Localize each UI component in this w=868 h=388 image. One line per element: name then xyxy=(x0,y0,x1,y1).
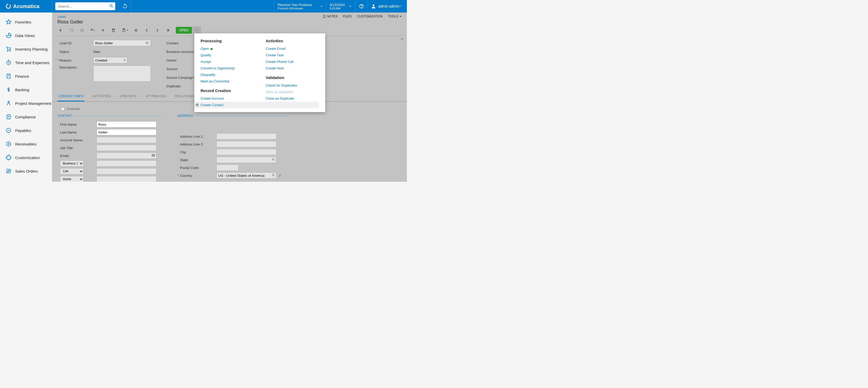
popup-create-note[interactable]: Create Note xyxy=(266,66,319,70)
help-button[interactable] xyxy=(355,0,368,12)
search-icon[interactable] xyxy=(272,158,275,161)
account-name-input[interactable] xyxy=(96,137,156,143)
popup-check-duplicates[interactable]: Check for Duplicates xyxy=(266,84,319,87)
reason-select[interactable]: Created▾ xyxy=(93,57,127,63)
refresh-button[interactable] xyxy=(119,0,131,12)
person-icon xyxy=(5,100,12,107)
chevron-down-icon: ▾ xyxy=(124,58,125,62)
prev-button[interactable] xyxy=(142,26,152,34)
back-button[interactable] xyxy=(56,26,66,34)
undo-button[interactable] xyxy=(88,26,97,34)
notes-action[interactable]: NOTES xyxy=(322,14,338,18)
add-button[interactable] xyxy=(98,26,108,34)
description-input[interactable] xyxy=(93,65,151,82)
popup-mark-converted[interactable]: Mark as Converted xyxy=(200,79,254,83)
postal-input[interactable] xyxy=(216,165,239,171)
edit-country-button[interactable] xyxy=(278,174,282,177)
clipboard-button[interactable]: ▾ xyxy=(119,26,131,34)
actions-popup: Processing Open Qualify Accept Convert t… xyxy=(194,33,325,112)
svg-point-34 xyxy=(195,30,196,31)
tab-attributes[interactable]: ATTRIBUTES xyxy=(144,92,167,101)
svg-line-41 xyxy=(274,160,275,161)
search-icon[interactable] xyxy=(109,4,114,8)
popup-create-email[interactable]: Create Email xyxy=(266,47,319,51)
city-input[interactable] xyxy=(216,149,276,155)
lead-id-selector[interactable]: Ross Geller xyxy=(93,40,151,46)
popup-accept[interactable]: Accept xyxy=(200,60,254,64)
nav-project[interactable]: Project Management xyxy=(0,96,52,110)
chevron-down-icon xyxy=(399,5,404,8)
popup-convert[interactable]: Convert to Opportunity xyxy=(200,66,254,70)
nav-time[interactable]: Time and Expenses xyxy=(0,56,52,69)
save-close-button[interactable] xyxy=(67,26,77,34)
first-name-input[interactable] xyxy=(96,121,156,128)
status-dot-icon xyxy=(211,48,213,50)
popup-create-call[interactable]: Create Phone Call xyxy=(266,60,319,64)
phone-2-input[interactable] xyxy=(96,168,156,174)
save-button[interactable] xyxy=(77,26,87,34)
customization-action[interactable]: CUSTOMIZATION xyxy=(357,14,382,18)
nav-sales-orders[interactable]: Sales Orders xyxy=(0,164,52,178)
nav-customization[interactable]: Customization xyxy=(0,151,52,164)
popup-create-contact[interactable]: Create Contact xyxy=(200,103,254,107)
search-icon[interactable] xyxy=(272,173,275,177)
tab-relations[interactable]: RELATIONS xyxy=(174,92,195,101)
tab-activities[interactable]: ACTIVITIES xyxy=(91,92,112,101)
nav-receivables[interactable]: Receivables xyxy=(0,137,52,151)
phone-type-3[interactable]: Home xyxy=(60,176,84,182)
first-button[interactable] xyxy=(131,26,142,34)
phone-1-input[interactable] xyxy=(96,160,156,167)
tab-contact-info[interactable]: CONTACT INFO xyxy=(57,92,85,101)
search-input[interactable] xyxy=(55,2,115,10)
last-button[interactable] xyxy=(163,26,173,34)
popup-create-account[interactable]: Create Account xyxy=(200,96,254,100)
nav-payables[interactable]: Payables xyxy=(0,124,52,137)
tab-crm-info[interactable]: CRM INFO xyxy=(119,92,137,101)
phone-3-input[interactable] xyxy=(96,176,156,182)
topbar: Acumatica Revision Two Products Products… xyxy=(0,0,407,12)
breadcrumb[interactable]: Leads xyxy=(57,15,66,19)
address-section-title: ADDRESS xyxy=(177,114,287,118)
addr-line2-input[interactable] xyxy=(216,141,276,147)
files-action[interactable]: FILES xyxy=(343,14,351,18)
svg-rect-1 xyxy=(8,3,10,5)
svg-rect-25 xyxy=(70,29,73,32)
more-actions-button[interactable] xyxy=(192,26,201,34)
delete-button[interactable] xyxy=(108,26,118,34)
svg-point-15 xyxy=(8,101,9,103)
state-input[interactable] xyxy=(216,157,276,163)
user-menu[interactable]: admin admin xyxy=(368,0,407,12)
nav-data-views[interactable]: Data Views xyxy=(0,29,52,42)
nav-finance[interactable]: Finance xyxy=(0,69,52,83)
addr-line1-input[interactable] xyxy=(216,133,276,139)
popup-open[interactable]: Open xyxy=(200,47,254,51)
override-checkbox[interactable] xyxy=(61,107,64,110)
country-input[interactable] xyxy=(216,172,276,179)
next-button[interactable] xyxy=(152,26,162,34)
nav-compliance[interactable]: Compliance xyxy=(0,110,52,124)
popup-close-duplicate[interactable]: Close as Duplicate xyxy=(266,96,319,100)
status-value: New xyxy=(93,50,100,54)
nav-banking[interactable]: Banking xyxy=(0,83,52,96)
nav-favorites[interactable]: Favorites xyxy=(0,15,52,29)
phone-type-2[interactable]: Cell xyxy=(60,168,84,174)
last-name-input[interactable] xyxy=(96,129,156,135)
phone-type-1[interactable]: Business 1 xyxy=(60,160,84,167)
tools-action[interactable]: TOOLS▼ xyxy=(388,14,402,18)
business-date[interactable]: 9/13/2024 9:23 AM xyxy=(327,0,355,12)
popup-create-task[interactable]: Create Task xyxy=(266,53,319,57)
sidenav: Favorites Data Views Inventory Planning … xyxy=(0,12,52,182)
popup-disqualify[interactable]: Disqualify xyxy=(200,73,254,77)
search-cell xyxy=(52,0,119,12)
mail-icon[interactable] xyxy=(152,154,155,157)
email-input[interactable] xyxy=(96,153,156,159)
brand-cell[interactable]: Acumatica xyxy=(0,0,52,12)
job-title-input[interactable] xyxy=(96,145,156,151)
context-selector[interactable]: Revision Two Products Products Wholesale xyxy=(274,0,327,12)
search-icon xyxy=(145,41,149,45)
nav-inventory[interactable]: Inventory Planning xyxy=(0,42,52,56)
open-action-button[interactable]: OPEN xyxy=(176,27,192,34)
dollar-icon xyxy=(5,86,12,93)
popup-qualify[interactable]: Qualify xyxy=(200,53,254,57)
collapse-summary-button[interactable] xyxy=(400,37,404,41)
